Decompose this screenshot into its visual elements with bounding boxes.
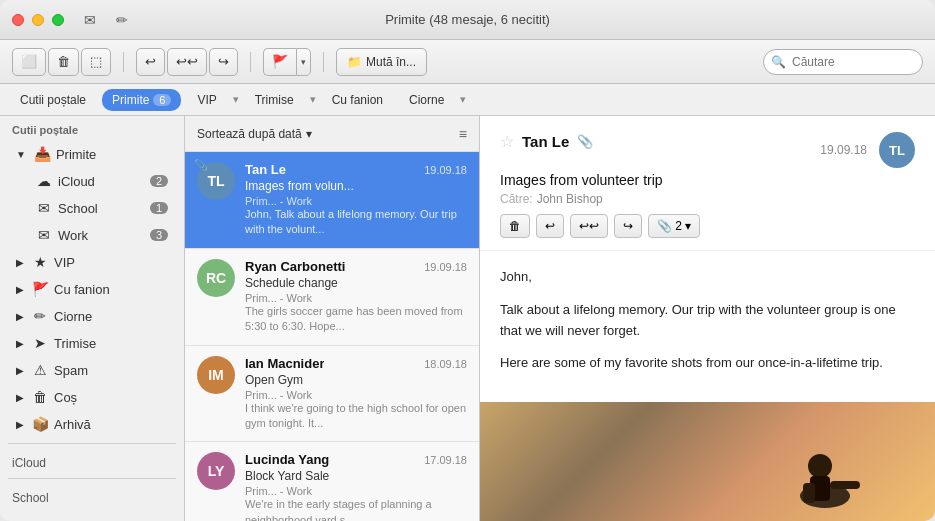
search-input[interactable]: [763, 49, 923, 75]
reply-all-button[interactable]: ↩↩: [167, 48, 207, 76]
star-button[interactable]: ☆: [500, 132, 514, 151]
sort-chevron-icon: ▾: [306, 127, 312, 141]
folder-icon: 📁: [347, 55, 362, 69]
flag-button[interactable]: 🚩: [263, 48, 296, 76]
svg-rect-3: [830, 481, 860, 489]
email-header: ☆ Tan Le 📎 19.09.18 TL Images from volun…: [480, 116, 935, 251]
traffic-lights: [12, 14, 64, 26]
vip-expand-icon: ▶: [16, 257, 24, 268]
flag-group: 🚩 ▾: [263, 48, 311, 76]
expand-icon: ▼: [16, 149, 26, 160]
school-group-label: School: [0, 485, 184, 507]
sidebar-item-spam[interactable]: ▶ ⚠ Spam: [4, 357, 180, 383]
flag-dropdown[interactable]: ▾: [296, 48, 311, 76]
sidebar-item-arhiva[interactable]: ▶ 📦 Arhivă: [4, 411, 180, 437]
tab-junk[interactable]: Ciorne: [399, 89, 454, 111]
message-tag: Prim... - Work: [245, 485, 467, 497]
email-salutation: John,: [500, 267, 915, 288]
email-sender: Tan Le: [522, 133, 569, 150]
message-sender: Lucinda Yang: [245, 452, 329, 467]
close-button[interactable]: [12, 14, 24, 26]
cos-expand-icon: ▶: [16, 392, 24, 403]
minimize-button[interactable]: [32, 14, 44, 26]
message-subject: Schedule change: [245, 276, 467, 290]
inbox-icon: 📥: [34, 146, 50, 162]
svg-rect-4: [803, 483, 815, 503]
sidebar-item-primite[interactable]: ▼ 📥 Primite: [4, 141, 180, 167]
move-button[interactable]: 📁 Mută în...: [336, 48, 427, 76]
arhiva-expand-icon: ▶: [16, 419, 24, 430]
sidebar-divider-2: [8, 478, 176, 479]
tab-inbox[interactable]: Primite 6: [102, 89, 181, 111]
sidebar-item-ciorne[interactable]: ▶ ✏ Ciorne: [4, 303, 180, 329]
message-date: 17.09.18: [424, 454, 467, 466]
trimise-expand-icon: ▶: [16, 338, 24, 349]
email-attach-button[interactable]: 📎 2 ▾: [648, 214, 700, 238]
sep-1: [123, 52, 124, 72]
to-label: Către:: [500, 192, 533, 206]
email-delete-button[interactable]: 🗑: [500, 214, 530, 238]
message-sender: Ryan Carbonetti: [245, 259, 345, 274]
message-subject: Images from volun...: [245, 179, 467, 193]
to-name: John Bishop: [537, 192, 603, 206]
work-mail-icon: ✉: [36, 227, 52, 243]
titlebar-icons: ✉ ✏: [80, 10, 132, 30]
icloud-group-label: iCloud: [0, 450, 184, 472]
email-body: John, Talk about a lifelong memory. Our …: [480, 251, 935, 402]
archive-button[interactable]: ⬜: [12, 48, 46, 76]
sidebar-item-work[interactable]: ✉ Work 3: [4, 222, 180, 248]
archive-group: ⬜ 🗑 ⬚: [12, 48, 111, 76]
delete-button[interactable]: 🗑: [48, 48, 79, 76]
sort-button[interactable]: Sortează după dată ▾: [197, 127, 312, 141]
junk-button[interactable]: ⬚: [81, 48, 111, 76]
reading-pane: ☆ Tan Le 📎 19.09.18 TL Images from volun…: [480, 116, 935, 521]
tab-flagged[interactable]: Cu fanion: [322, 89, 393, 111]
sidebar-item-cu-fanion[interactable]: ▶ 🚩 Cu fanion: [4, 276, 180, 302]
sent-icon: ➤: [32, 335, 48, 351]
message-body: Ian Macnider 18.09.18 Open Gym Prim... -…: [245, 356, 467, 432]
reply-group: ↩ ↩↩ ↪: [136, 48, 238, 76]
flag-icon: 🚩: [32, 281, 48, 297]
message-list-header: Sortează după dată ▾ ≡: [185, 116, 479, 152]
trash-icon: 🗑: [32, 389, 48, 405]
message-date: 19.09.18: [424, 261, 467, 273]
icloud-icon: ☁: [36, 173, 52, 189]
message-item[interactable]: LY Lucinda Yang 17.09.18 Block Yard Sale…: [185, 442, 479, 521]
filter-icon[interactable]: ≡: [459, 126, 467, 142]
message-item[interactable]: 📎 TL Tan Le 19.09.18 Images from volun..…: [185, 152, 479, 249]
email-forward-button[interactable]: ↪: [614, 214, 642, 238]
reply-button[interactable]: ↩: [136, 48, 165, 76]
email-reply-button[interactable]: ↩: [536, 214, 564, 238]
message-tag: Prim... - Work: [245, 292, 467, 304]
sidebar-item-trimise[interactable]: ▶ ➤ Trimise: [4, 330, 180, 356]
message-body: Tan Le 19.09.18 Images from volun... Pri…: [245, 162, 467, 238]
tab-vip[interactable]: VIP: [187, 89, 226, 111]
message-date: 19.09.18: [424, 164, 467, 176]
school-mail-icon: ✉: [36, 200, 52, 216]
spam-icon: ⚠: [32, 362, 48, 378]
compose-icon[interactable]: ✉: [80, 10, 100, 30]
sidebar-item-cos[interactable]: ▶ 🗑 Coș: [4, 384, 180, 410]
forward-button[interactable]: ↪: [209, 48, 238, 76]
email-paragraph1: Talk about a lifelong memory. Our trip w…: [500, 300, 915, 342]
message-item[interactable]: RC Ryan Carbonetti 19.09.18 Schedule cha…: [185, 249, 479, 346]
sidebar-item-vip[interactable]: ▶ ★ VIP: [4, 249, 180, 275]
avatar: 📎 TL: [197, 162, 235, 200]
email-reply-all-button[interactable]: ↩↩: [570, 214, 608, 238]
tab-mailboxes[interactable]: Cutii poștale: [10, 89, 96, 111]
message-item[interactable]: IM Ian Macnider 18.09.18 Open Gym Prim..…: [185, 346, 479, 443]
sidebar-item-icloud[interactable]: ☁ iCloud 2: [4, 168, 180, 194]
edit-icon[interactable]: ✏: [112, 10, 132, 30]
mailboxes-label: Cutii poștale: [0, 116, 184, 140]
maximize-button[interactable]: [52, 14, 64, 26]
message-sender: Ian Macnider: [245, 356, 324, 371]
avatar: LY: [197, 452, 235, 490]
email-date: 19.09.18: [820, 143, 867, 157]
message-sender: Tan Le: [245, 162, 286, 177]
sidebar-item-school[interactable]: ✉ School 1: [4, 195, 180, 221]
sep-3: [323, 52, 324, 72]
attachment-badge: 📎: [194, 159, 208, 172]
vip-icon: ★: [32, 254, 48, 270]
tab-sent[interactable]: Trimise: [245, 89, 304, 111]
message-preview: I think we're going to the high school f…: [245, 401, 467, 432]
